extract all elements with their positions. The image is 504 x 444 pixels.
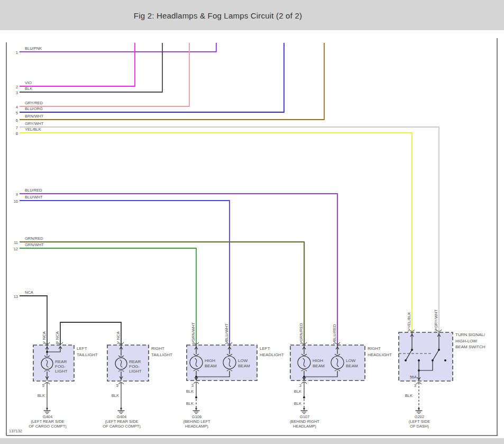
wire-number: 8: [16, 131, 18, 136]
wire-grn-wht: [20, 248, 196, 345]
wire-number: 13: [14, 294, 18, 299]
ground-id: G202: [415, 414, 424, 419]
drop-wire-label: GRN/WHT: [191, 322, 196, 341]
pin-number: 2: [408, 328, 410, 332]
component-label: HEADLIGHT: [260, 352, 284, 357]
drop-wire-label: YEL/BLK: [407, 312, 411, 328]
wire-number: 6: [16, 118, 18, 123]
wire-grn-red: [20, 242, 304, 345]
wire-brn-wht: [20, 43, 324, 120]
wire-number: 12: [14, 247, 18, 251]
wire-label: GRY/RED: [25, 101, 43, 105]
pin-number: 56A: [410, 375, 417, 379]
bulb-label: HIGH: [205, 358, 215, 363]
pin-number: 3: [299, 383, 301, 388]
wire-number: 1: [16, 50, 18, 55]
wire-label: BRN/WHT: [25, 114, 43, 119]
ground-id: G404: [117, 414, 126, 419]
wire-yel-blk: [20, 133, 412, 332]
wire-number: 7: [16, 125, 18, 130]
junction-dot: [411, 349, 413, 351]
pin-number: 1: [192, 340, 194, 345]
ground-location: (LEFT REAR SIDE: [31, 419, 64, 424]
pin-number: 5: [116, 383, 118, 388]
wire-color-label: BLK: [112, 393, 119, 398]
pin-number: 6: [56, 340, 58, 345]
bulb-label: BEAM: [238, 364, 250, 368]
component-label: BEAM SWITCH: [455, 345, 485, 349]
component-label: HIGH-LOW: [455, 339, 477, 343]
pin-number: 2: [333, 340, 335, 345]
wire-label: NCA: [25, 290, 33, 295]
wire-label: GRN/WHT: [25, 242, 44, 247]
bulb-label: BEAM: [205, 364, 217, 368]
wire-color-label: BLK: [186, 401, 194, 406]
bottom-chrome: [0, 438, 504, 444]
component-box: [107, 345, 149, 381]
ground-location: OF CARGO COMPT): [29, 424, 67, 429]
component-label: TAILLIGHT: [77, 352, 98, 357]
wire-color-label: BLK: [186, 389, 194, 394]
ground-location: OF DASH): [410, 424, 429, 429]
bulb-label: LOW: [346, 358, 356, 363]
drop-wire-label: NCA: [55, 331, 60, 340]
component-label: TURN SIGNAL/: [455, 332, 485, 337]
wire-label: GRN/RED: [25, 236, 43, 241]
junction-dot: [195, 396, 197, 398]
ground-id: G106: [192, 414, 201, 419]
figure-number: 137132: [9, 429, 22, 433]
pin-number: 5: [42, 383, 44, 388]
wire-number: 9: [16, 192, 18, 197]
bulb-label: FOG-: [55, 364, 66, 369]
wire-number: 2: [16, 85, 18, 89]
ground-location: (BEHIND RIGHT: [290, 419, 320, 424]
pin-number: 1: [43, 340, 45, 345]
wire-second-color: [20, 242, 305, 346]
bulb-label: FOG-: [129, 364, 140, 369]
wire-label: YEL/BLK: [25, 127, 41, 132]
drop-wire-label: GRN/RED: [299, 323, 304, 341]
wire-blu-org: [20, 43, 284, 112]
ground-location: (LEFT REAR SIDE: [105, 419, 138, 424]
ground-location: (BEHIND LEFT: [183, 419, 210, 424]
wire-color-label: BLK: [294, 401, 301, 406]
wire-label: BLU/RED: [25, 188, 42, 193]
bulb-label: BEAM: [313, 364, 325, 368]
junction-dot: [438, 349, 440, 351]
wire-color-label: BLK: [38, 393, 45, 398]
pin-number: 1: [300, 340, 302, 345]
drop-wire-label: BLU/RED: [332, 324, 337, 341]
wire-label: BLU/WHT: [25, 195, 43, 200]
drop-wire-label: GRY/WHT: [434, 309, 438, 328]
pin-number: 1: [117, 340, 119, 345]
pin-number: 5: [435, 328, 437, 332]
ground-location: OF CARGO COMPT): [103, 424, 141, 429]
component-label: RIGHT: [151, 346, 164, 351]
wire-label: GRY/WHT: [25, 121, 44, 126]
pin-number: 3: [414, 383, 416, 388]
wire-nca-jumper: [60, 322, 121, 345]
wire-color-label: BLK: [405, 393, 413, 398]
ground-id: G107: [300, 414, 309, 419]
wire-label: VIO: [25, 80, 32, 85]
drop-wire-label: BLU/WHT: [224, 323, 229, 341]
wire-number: 10: [14, 199, 18, 204]
wire-label: BLK: [25, 86, 32, 91]
bulb-label: BEAM: [346, 364, 358, 368]
wire-number: 11: [14, 240, 18, 245]
junction-dot: [303, 376, 305, 378]
wire-blu-wht: [20, 201, 230, 345]
wire-number: 5: [16, 111, 18, 115]
pin-number: 2: [225, 340, 227, 345]
ground-id: G404: [43, 414, 52, 419]
component-box: [399, 332, 453, 381]
component-label: LEFT: [260, 346, 270, 351]
junction-dot: [195, 376, 197, 378]
wire-label: BLU/PNK: [25, 46, 42, 51]
bulb-label: REAR: [55, 359, 67, 364]
junction-dot: [405, 359, 407, 361]
ground-location: HEADLAMP): [293, 424, 316, 429]
bulb-label: LIGHT: [129, 369, 142, 374]
drop-wire-label: NCA: [42, 331, 47, 340]
ground-location: HEADLAMP): [185, 424, 208, 429]
